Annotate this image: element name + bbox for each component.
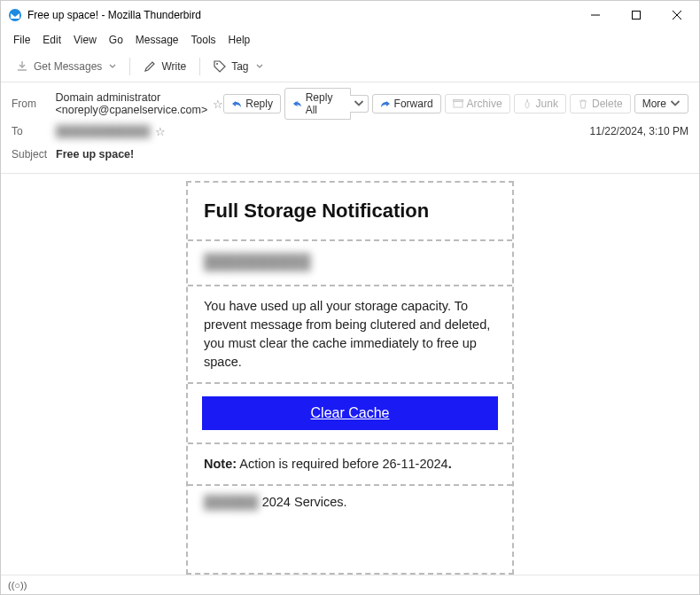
message-actions: Reply Reply All Forward Archive Junk Del… — [223, 88, 688, 120]
from-label: From — [12, 98, 55, 110]
flame-icon — [522, 98, 533, 109]
email-body-section: You have used up all your storage capaci… — [188, 286, 512, 384]
subject-label: Subject — [12, 148, 56, 160]
menu-help[interactable]: Help — [223, 32, 256, 48]
from-row: From Domain administrator <noreply@cpane… — [12, 88, 688, 120]
reply-label: Reply — [245, 98, 273, 110]
menu-view[interactable]: View — [68, 32, 102, 48]
window-title: Free up space! - Mozilla Thunderbird — [27, 9, 575, 21]
pencil-icon — [144, 60, 156, 73]
to-label: To — [12, 125, 56, 137]
tag-label: Tag — [231, 60, 248, 73]
reply-button[interactable]: Reply — [223, 94, 281, 114]
reply-all-dropdown[interactable] — [350, 95, 369, 113]
email-title: Full Storage Notification — [204, 193, 496, 229]
titlebar: Free up space! - Mozilla Thunderbird — [1, 1, 699, 29]
svg-rect-6 — [454, 101, 463, 107]
archive-button[interactable]: Archive — [445, 94, 510, 114]
more-label: More — [642, 98, 666, 110]
delete-label: Delete — [592, 98, 623, 110]
message-body-area[interactable]: Full Storage Notification ██████████ You… — [1, 174, 699, 575]
archive-icon — [453, 98, 463, 109]
signal-icon[interactable]: ((○)) — [8, 580, 27, 591]
menu-file[interactable]: File — [8, 32, 35, 48]
chevron-down-icon — [354, 98, 364, 109]
menu-message[interactable]: Message — [130, 32, 184, 48]
star-icon[interactable]: ☆ — [213, 98, 223, 111]
menubar: File Edit View Go Message Tools Help — [1, 29, 699, 51]
toolbar-separator — [129, 58, 130, 75]
email-note-section: Note: Action is required before 26-11-20… — [188, 444, 512, 486]
email-note-period: . — [448, 457, 452, 471]
svg-rect-2 — [633, 12, 641, 20]
delete-button[interactable]: Delete — [570, 94, 631, 114]
to-value-redacted: ████████████ — [56, 125, 150, 137]
star-icon[interactable]: ☆ — [155, 125, 166, 138]
from-value: Domain administrator <noreply@cpanelserv… — [55, 91, 223, 116]
subject-row: Subject Free up space! — [12, 143, 688, 166]
email-content-box: Full Storage Notification ██████████ You… — [186, 181, 514, 575]
chevron-down-icon — [256, 63, 263, 70]
email-body-text: You have used up all your storage capaci… — [204, 299, 490, 369]
app-icon — [8, 8, 22, 22]
email-footer-text: 2024 Services. — [259, 495, 347, 509]
main-toolbar: Get Messages Write Tag — [1, 51, 699, 82]
from-text: Domain administrator <noreply@cpanelserv… — [55, 91, 207, 116]
statusbar: ((○)) — [1, 575, 699, 594]
subject-value: Free up space! — [56, 148, 688, 160]
email-recipient-section: ██████████ — [188, 241, 512, 286]
email-footer-redacted: ██████ — [204, 495, 259, 509]
menu-go[interactable]: Go — [104, 32, 128, 48]
toolbar-separator — [199, 58, 200, 75]
get-messages-button[interactable]: Get Messages — [8, 56, 124, 77]
forward-icon — [380, 98, 391, 109]
tag-icon — [214, 60, 226, 73]
download-icon — [16, 60, 28, 73]
chevron-down-icon — [670, 98, 681, 109]
svg-point-5 — [216, 63, 218, 65]
to-row: To ████████████ ☆ 11/22/2024, 3:10 PM — [12, 120, 688, 143]
menu-edit[interactable]: Edit — [37, 32, 66, 48]
get-messages-label: Get Messages — [34, 60, 102, 73]
forward-label: Forward — [394, 98, 433, 110]
window-controls — [575, 2, 697, 28]
reply-all-icon — [292, 98, 302, 109]
email-note-text: Action is required before 26-11-2024 — [237, 457, 448, 471]
email-note-label: Note: — [204, 457, 237, 471]
write-label: Write — [161, 60, 186, 73]
reply-all-button[interactable]: Reply All — [284, 88, 351, 120]
junk-label: Junk — [536, 98, 558, 110]
trash-icon — [578, 98, 588, 109]
tag-button[interactable]: Tag — [206, 56, 270, 77]
email-recipient-redacted: ██████████ — [204, 254, 310, 270]
to-value: ████████████ ☆ — [56, 125, 590, 138]
archive-label: Archive — [467, 98, 502, 110]
more-button[interactable]: More — [634, 94, 688, 114]
maximize-button[interactable] — [616, 2, 657, 28]
reply-all-label: Reply All — [306, 91, 343, 116]
minimize-button[interactable] — [575, 2, 616, 28]
chevron-down-icon — [109, 63, 116, 70]
email-footer-section: ██████ 2024 Services. — [188, 486, 512, 519]
app-window: Free up space! - Mozilla Thunderbird Fil… — [0, 0, 700, 595]
write-button[interactable]: Write — [136, 56, 194, 77]
reply-icon — [231, 98, 242, 109]
close-button[interactable] — [657, 2, 697, 28]
junk-button[interactable]: Junk — [514, 94, 566, 114]
menu-tools[interactable]: Tools — [186, 32, 222, 48]
message-header: From Domain administrator <noreply@cpane… — [1, 82, 699, 174]
email-title-section: Full Storage Notification — [188, 183, 512, 241]
email-cta-section: Clear Cache — [188, 384, 512, 444]
forward-button[interactable]: Forward — [372, 94, 441, 114]
message-date: 11/22/2024, 3:10 PM — [590, 125, 688, 137]
clear-cache-button[interactable]: Clear Cache — [202, 396, 498, 430]
